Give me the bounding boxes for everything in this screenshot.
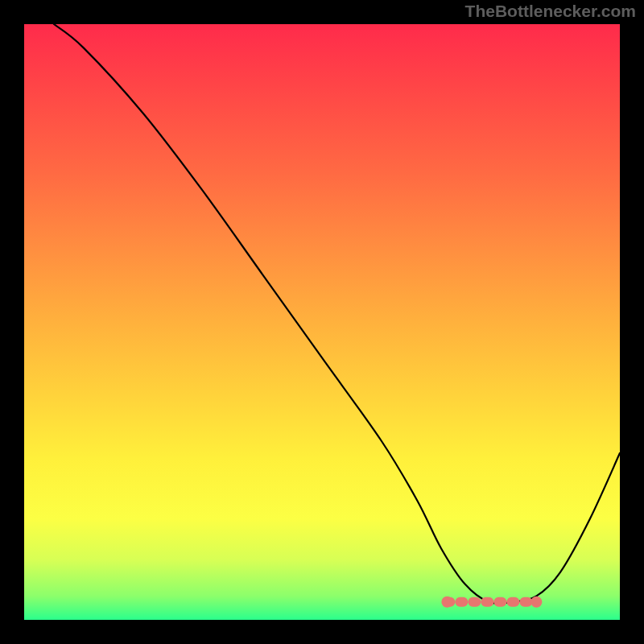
optimal-zone-start-dot bbox=[441, 597, 452, 608]
chart-frame: TheBottlenecker.com bbox=[0, 0, 644, 644]
bottleneck-curve bbox=[54, 24, 620, 604]
source-attribution: TheBottlenecker.com bbox=[465, 2, 636, 21]
plot-area bbox=[24, 24, 620, 620]
curve-layer bbox=[24, 24, 620, 620]
optimal-zone-end-dot bbox=[530, 597, 542, 608]
